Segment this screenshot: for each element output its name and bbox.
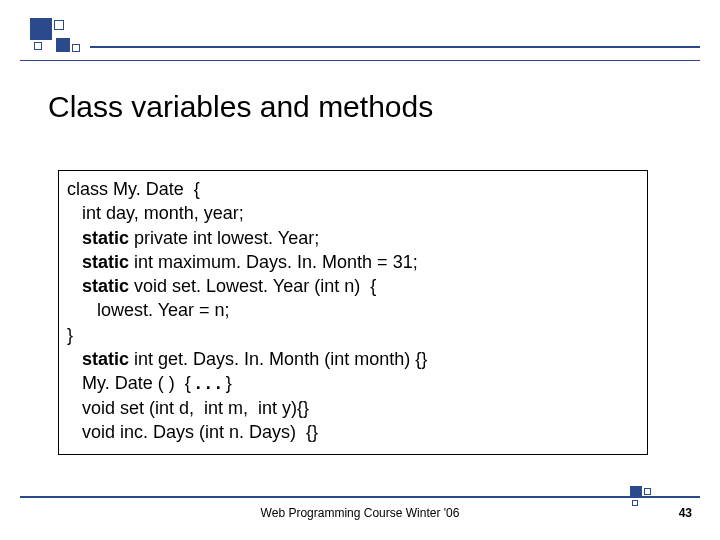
code-line: static private int lowest. Year;	[67, 226, 639, 250]
rule-bottom	[20, 496, 700, 498]
code-line: void inc. Days (int n. Days) {}	[67, 420, 639, 444]
code-line: class My. Date {	[67, 177, 639, 201]
page-number: 43	[679, 506, 692, 520]
slide-title: Class variables and methods	[48, 90, 433, 124]
footer-text: Web Programming Course Winter '06	[0, 506, 720, 520]
code-line: static int get. Days. In. Month (int mon…	[67, 347, 639, 371]
code-line: static void set. Lowest. Year (int n) {	[67, 274, 639, 298]
footer: Web Programming Course Winter '06 43	[0, 496, 720, 522]
rule-top-thin	[20, 60, 700, 61]
rule-top	[90, 46, 700, 48]
code-line: int day, month, year;	[67, 201, 639, 225]
code-line: static int maximum. Days. In. Month = 31…	[67, 250, 639, 274]
code-line: void set (int d, int m, int y){}	[67, 396, 639, 420]
code-line: lowest. Year = n;	[67, 298, 639, 322]
decoration-top	[30, 18, 90, 58]
code-line: My. Date ( ) { . . . }	[67, 371, 639, 395]
code-line: }	[67, 323, 639, 347]
code-box: class My. Date { int day, month, year; s…	[58, 170, 648, 455]
